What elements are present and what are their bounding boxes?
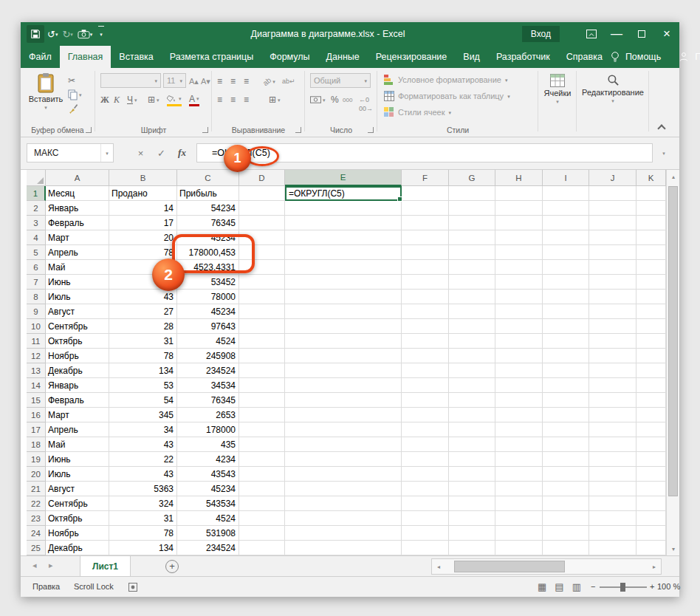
cell-I22[interactable] [543,496,589,511]
cancel-formula-button[interactable]: × [131,143,150,162]
cell-E13[interactable] [285,363,402,378]
cell-A7[interactable]: Июнь [46,275,109,290]
undo-caret-icon[interactable]: ▾ [55,32,58,37]
cell-I21[interactable] [543,482,589,496]
fill-color-button[interactable]: ▾ [167,93,182,106]
cell-D23[interactable] [239,511,285,526]
cell-E9[interactable] [285,304,402,319]
cell-E3[interactable] [285,216,402,230]
row-header-9[interactable]: 9 [27,304,46,319]
merge-caret-icon[interactable]: ▾ [278,97,281,103]
cell-F13[interactable] [402,363,449,378]
cell-J2[interactable] [589,201,636,216]
cell-E19[interactable] [285,452,402,467]
cell-K8[interactable] [636,290,666,304]
decrease-decimal-button[interactable]: 00→ [359,102,373,115]
accounting-caret-icon[interactable]: ▾ [323,97,326,103]
cell-F20[interactable] [402,467,449,482]
cell-B12[interactable]: 78 [109,349,177,363]
cell-F9[interactable] [402,304,449,319]
cell-H1[interactable] [495,186,543,201]
cell-E4[interactable] [285,230,402,245]
cell-J8[interactable] [589,290,636,304]
cell-H13[interactable] [495,363,543,378]
cell-K5[interactable] [636,245,666,260]
horizontal-scroll-thumb[interactable] [454,561,565,572]
cell-I17[interactable] [543,422,589,437]
cell-D25[interactable] [239,541,285,555]
cell-I16[interactable] [543,408,589,422]
cell-C18[interactable]: 435 [177,437,239,452]
cell-C7[interactable]: 53452 [177,275,239,290]
cell-K15[interactable] [636,393,666,408]
format-painter-button[interactable] [68,102,78,115]
cell-A8[interactable]: Июль [46,290,109,304]
format-as-table-caret-icon[interactable]: ▾ [507,94,510,99]
row-header-11[interactable]: 11 [27,334,46,349]
align-center-button[interactable]: ≡ [230,93,236,106]
align-left-button[interactable]: ≡ [217,93,222,106]
insert-function-button[interactable]: fx [173,143,191,162]
cell-I19[interactable] [543,452,589,467]
cell-B11[interactable]: 31 [109,334,177,349]
cell-C3[interactable]: 76345 [177,216,239,230]
ribbon-display-options-button[interactable] [579,24,604,44]
column-header-J[interactable]: J [589,170,636,186]
cell-H3[interactable] [495,216,543,230]
cell-K2[interactable] [636,201,666,216]
cell-H16[interactable] [495,408,543,422]
cell-G25[interactable] [449,541,495,555]
cell-G13[interactable] [449,363,495,378]
cell-E24[interactable] [285,526,402,541]
editing-button[interactable]: Редактирование ▾ [579,74,647,103]
cell-J17[interactable] [589,422,636,437]
cell-A24[interactable]: Ноябрь [46,526,109,541]
page-layout-view-icon[interactable]: ▤ [555,581,563,592]
cell-C14[interactable]: 34534 [177,378,239,393]
cell-J11[interactable] [589,334,636,349]
add-sheet-button[interactable]: + [165,560,179,573]
cell-K25[interactable] [636,541,666,555]
cell-G9[interactable] [449,304,495,319]
cell-H14[interactable] [495,378,543,393]
cell-B3[interactable]: 17 [109,216,177,230]
cell-H24[interactable] [495,526,543,541]
cell-K20[interactable] [636,467,666,482]
cell-B10[interactable]: 28 [109,319,177,334]
font-size-caret-icon[interactable]: ▾ [179,78,182,83]
column-header-I[interactable]: I [543,170,589,186]
cell-D17[interactable] [239,422,285,437]
cell-K18[interactable] [636,437,666,452]
cell-A16[interactable]: Март [46,408,109,422]
undo-button[interactable]: ↺▾ [46,26,59,42]
cell-A1[interactable]: Месяц [46,186,109,201]
cell-G15[interactable] [449,393,495,408]
cell-J5[interactable] [589,245,636,260]
cell-E18[interactable] [285,437,402,452]
number-format-combo[interactable]: Общий▾ [310,73,371,88]
cell-D10[interactable] [239,319,285,334]
cell-B17[interactable]: 34 [109,422,177,437]
cell-I12[interactable] [543,349,589,363]
cell-H18[interactable] [495,437,543,452]
cell-D2[interactable] [239,201,285,216]
orientation-caret-icon[interactable]: ▾ [272,79,275,84]
normal-view-icon[interactable]: ▦ [538,581,546,592]
cell-J3[interactable] [589,216,636,230]
row-header-5[interactable]: 5 [27,245,46,260]
cell-A19[interactable]: Июнь [46,452,109,467]
sheet-tab-list1[interactable]: Лист1 [80,556,131,576]
cell-G21[interactable] [449,482,495,496]
cell-C15[interactable]: 76345 [177,393,239,408]
cell-B9[interactable]: 27 [109,304,177,319]
cell-K1[interactable] [636,186,666,201]
number-dialog-launcher[interactable] [368,127,374,133]
row-header-13[interactable]: 13 [27,363,46,378]
cell-G18[interactable] [449,437,495,452]
font-size-combo[interactable]: 11▾ [163,73,186,88]
cell-B25[interactable]: 134 [109,541,177,555]
cell-K11[interactable] [636,334,666,349]
cell-K22[interactable] [636,496,666,511]
cell-I13[interactable] [543,363,589,378]
row-header-12[interactable]: 12 [27,349,46,363]
